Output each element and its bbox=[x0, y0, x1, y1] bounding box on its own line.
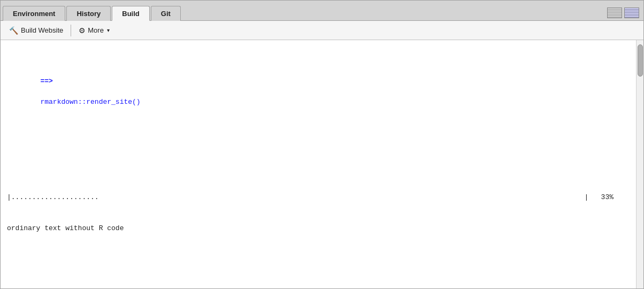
gear-icon: ⚙ bbox=[79, 26, 86, 35]
progress-pct-33: | 33% bbox=[584, 192, 630, 203]
progress-row-33: |..................... | 33% bbox=[7, 192, 630, 203]
hammer-icon: 🔨 bbox=[9, 26, 18, 35]
more-button[interactable]: ⚙ More ▾ bbox=[74, 25, 114, 36]
scrollbar[interactable] bbox=[636, 40, 643, 288]
minimize-button[interactable] bbox=[607, 7, 622, 18]
tab-bar: Environment History Build Git bbox=[1, 1, 643, 21]
scroll-thumb[interactable] bbox=[638, 44, 643, 77]
command-line: ==> rmarkdown::render_site() bbox=[7, 65, 630, 118]
tab-git[interactable]: Git bbox=[151, 6, 181, 21]
progress-dots-33: |..................... bbox=[7, 192, 584, 203]
tab-environment[interactable]: Environment bbox=[3, 6, 65, 21]
command-text: rmarkdown::render_site() bbox=[40, 98, 140, 106]
gap2 bbox=[7, 265, 630, 272]
gap1 bbox=[7, 153, 630, 161]
command-arrow: ==> bbox=[40, 77, 52, 85]
tab-build[interactable]: Build bbox=[112, 6, 150, 21]
content-area: ==> rmarkdown::render_site() |..........… bbox=[1, 40, 643, 288]
maximize-button[interactable] bbox=[624, 7, 639, 18]
toolbar-divider bbox=[71, 25, 71, 36]
window-controls bbox=[607, 7, 639, 20]
toolbar: 🔨 Build Website ⚙ More ▾ bbox=[1, 21, 643, 40]
tab-history[interactable]: History bbox=[66, 6, 111, 21]
build-website-button[interactable]: 🔨 Build Website bbox=[5, 25, 67, 36]
output-line-1: ordinary text without R code bbox=[7, 223, 630, 234]
main-window: Environment History Build Git 🔨 Build We… bbox=[0, 0, 644, 289]
console-output[interactable]: ==> rmarkdown::render_site() |..........… bbox=[1, 40, 636, 288]
dropdown-arrow-icon: ▾ bbox=[107, 27, 110, 33]
